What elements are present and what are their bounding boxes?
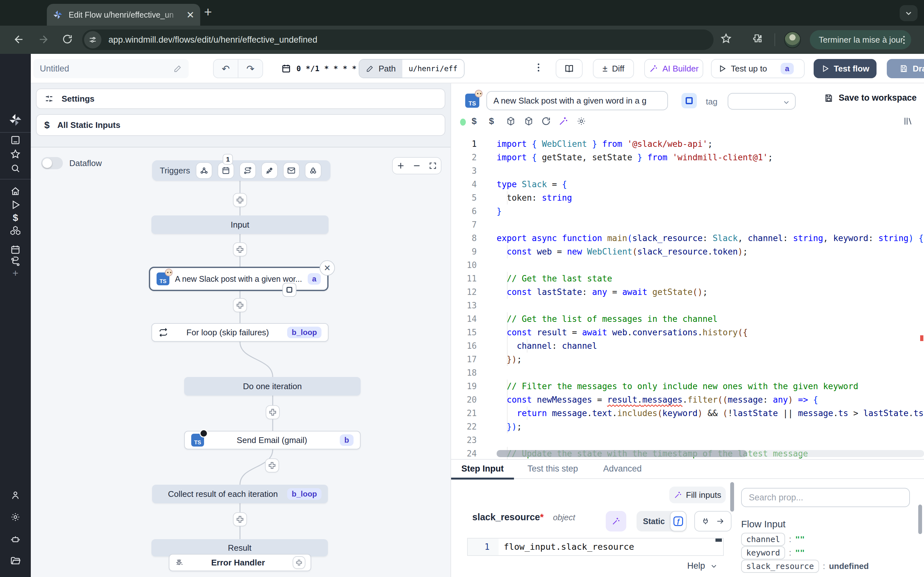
cache-toggle-button[interactable]: [682, 93, 697, 108]
prop-key[interactable]: slack_resource: [741, 560, 819, 573]
panel-scrollbar[interactable]: [730, 482, 734, 512]
do-one-iteration-node[interactable]: Do one iteration: [184, 377, 360, 396]
reload-button[interactable]: [61, 33, 73, 45]
prop-key[interactable]: channel: [741, 533, 785, 546]
sidebar-item-home[interactable]: [0, 186, 31, 197]
watch-trigger-icon[interactable]: [305, 163, 321, 178]
add-step-button[interactable]: [266, 405, 280, 419]
back-button[interactable]: [13, 33, 25, 45]
ai-assistant-icon[interactable]: [558, 116, 569, 126]
tab-close-icon[interactable]: ✕: [186, 9, 194, 21]
webhook-icon[interactable]: [196, 163, 212, 178]
package-icon[interactable]: [523, 116, 534, 126]
step-summary-input[interactable]: A new Slack post with a given word in a …: [486, 91, 668, 110]
fill-inputs-button[interactable]: Fill inputs: [669, 487, 726, 503]
profile-avatar[interactable]: [784, 31, 801, 48]
more-options-icon[interactable]: [538, 63, 540, 71]
bookmark-icon[interactable]: [720, 33, 732, 45]
test-up-to-button[interactable]: Test up to a: [711, 59, 804, 78]
flow-graph-canvas[interactable]: Dataflow Triggers 1: [31, 147, 451, 577]
test-flow-button[interactable]: Test flow: [814, 59, 877, 78]
tag-select[interactable]: [728, 93, 796, 110]
schedule-trigger-icon[interactable]: 1: [218, 163, 234, 178]
browser-tab[interactable]: Edit Flow u/henri/effective_un ✕: [47, 4, 200, 26]
sidebar-item-runs[interactable]: [0, 199, 31, 210]
sidebar-item-workers[interactable]: [0, 534, 31, 545]
stop-after-icon[interactable]: [282, 283, 296, 297]
forloop-node[interactable]: For loop (skip failures) b_loop: [152, 323, 328, 342]
extensions-icon[interactable]: [752, 33, 764, 44]
chrome-menu-icon[interactable]: [903, 36, 905, 44]
add-step-button[interactable]: [233, 298, 247, 312]
sidebar-item-settings[interactable]: [0, 512, 31, 522]
sidebar-item-resources[interactable]: [0, 225, 31, 236]
triggers-node[interactable]: Triggers 1: [152, 160, 330, 181]
code-editor[interactable]: import { WebClient } from '@slack/web-ap…: [497, 137, 924, 460]
undo-button[interactable]: ↶: [214, 60, 238, 77]
draft-button[interactable]: Draft: [887, 59, 924, 78]
step-node-b[interactable]: TS Send Email (gmail) b: [184, 431, 360, 450]
path-toggle[interactable]: Path u/henri/eff: [359, 59, 465, 78]
help-link[interactable]: Help: [687, 561, 717, 571]
connector-trigger-icon[interactable]: [262, 163, 277, 178]
tab-advanced[interactable]: Advanced: [603, 460, 642, 479]
prop-scrollbar[interactable]: [918, 504, 922, 534]
tab-test-this-step[interactable]: Test this step: [527, 460, 578, 479]
tab-step-input[interactable]: Step Input: [461, 460, 504, 479]
sidebar-item-add[interactable]: +: [0, 268, 31, 279]
input-node[interactable]: Input: [152, 215, 328, 234]
prop-key[interactable]: keyword: [741, 546, 785, 559]
add-step-button[interactable]: [233, 242, 247, 256]
save-to-workspace-button[interactable]: Save to workspace: [824, 93, 917, 103]
new-tab-button[interactable]: +: [204, 5, 212, 20]
collect-node[interactable]: Collect result of each iteration b_loop: [152, 485, 328, 503]
sidebar-item-folders[interactable]: [0, 555, 31, 566]
address-bar[interactable]: app.windmill.dev/flows/edit/u/henri/effe…: [82, 29, 714, 50]
email-trigger-icon[interactable]: [284, 163, 299, 178]
diff-button[interactable]: ±Diff: [593, 59, 634, 78]
chrome-update-button[interactable]: Terminer la mise à jour: [810, 30, 911, 49]
prop-row[interactable]: keyword:"": [741, 546, 804, 559]
route-trigger-icon[interactable]: [240, 163, 255, 178]
expression-editor[interactable]: 1 flow_input.slack_resource: [467, 538, 724, 556]
library-icon[interactable]: [903, 116, 913, 126]
add-step-button[interactable]: [233, 512, 247, 526]
add-step-button[interactable]: [233, 193, 247, 207]
resources-dollar-icon[interactable]: $: [489, 116, 494, 126]
add-step-button[interactable]: [265, 458, 279, 472]
reset-icon[interactable]: [541, 116, 551, 126]
ai-builder-button[interactable]: AI Builder: [644, 59, 703, 78]
delete-step-button[interactable]: ✕: [320, 260, 335, 276]
forward-button[interactable]: [37, 33, 49, 45]
editor-settings-icon[interactable]: [576, 116, 586, 126]
horizontal-scrollbar[interactable]: [497, 450, 924, 457]
settings-row[interactable]: Settings: [36, 89, 445, 109]
prop-row[interactable]: channel:"": [741, 533, 804, 546]
sidebar-item-apps[interactable]: [0, 135, 31, 145]
prop-row[interactable]: slack_resource:undefined: [741, 560, 869, 573]
sidebar-item-routes[interactable]: [0, 256, 31, 268]
ai-fill-button[interactable]: [606, 511, 626, 532]
all-static-inputs-row[interactable]: $ All Static Inputs: [36, 114, 445, 136]
tab-search-button[interactable]: [900, 5, 918, 21]
javascript-expr-toggle[interactable]: ƒ: [670, 511, 687, 532]
redo-button[interactable]: ↷: [238, 60, 262, 77]
docs-button[interactable]: [556, 59, 583, 78]
flow-name-input[interactable]: Untitled: [33, 59, 189, 78]
variables-icon[interactable]: $: [472, 116, 477, 126]
sidebar-item-favorites[interactable]: [0, 149, 31, 160]
schedule-summary[interactable]: 0 */1 * * * *: [281, 59, 357, 78]
site-settings-icon[interactable]: [84, 31, 102, 48]
sidebar-item-variables[interactable]: $: [0, 212, 31, 223]
add-error-handler-button[interactable]: [292, 556, 305, 569]
sidebar-item-account[interactable]: [0, 490, 31, 501]
connect-input-buttons[interactable]: [694, 511, 732, 532]
windmill-logo-icon[interactable]: [0, 113, 31, 127]
step-node-a[interactable]: TS A new Slack post with a given wor... …: [149, 267, 328, 291]
package-icon[interactable]: [506, 116, 516, 126]
editor-scrollbar[interactable]: [919, 128, 924, 459]
search-prop-input[interactable]: Search prop...: [741, 488, 910, 507]
error-handler-node[interactable]: Error Handler: [169, 554, 311, 571]
static-toggle[interactable]: Staticƒ: [636, 511, 687, 532]
sidebar-item-search[interactable]: [0, 163, 31, 174]
